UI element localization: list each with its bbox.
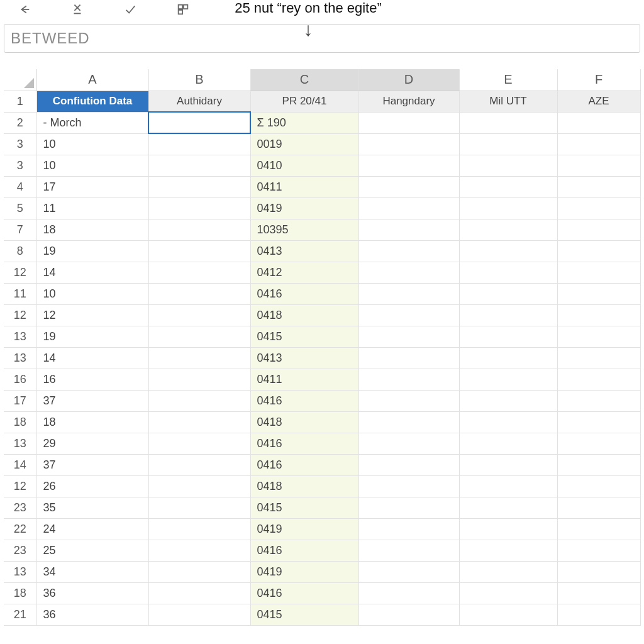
row-header[interactable]: 16 bbox=[4, 369, 36, 390]
cell-E[interactable] bbox=[459, 561, 557, 582]
cell-F[interactable] bbox=[557, 390, 640, 411]
cell-B[interactable] bbox=[148, 347, 250, 369]
cell-C[interactable]: 0412 bbox=[250, 262, 358, 283]
checkmark-icon[interactable] bbox=[123, 3, 137, 16]
cell-B[interactable] bbox=[148, 369, 250, 390]
cell-B[interactable] bbox=[148, 518, 250, 540]
cell-A[interactable]: 25 bbox=[36, 540, 148, 561]
cell-B[interactable] bbox=[148, 176, 250, 197]
cell-B[interactable] bbox=[148, 475, 250, 497]
cell-C[interactable]: 0419 bbox=[250, 197, 358, 219]
cell-B[interactable] bbox=[148, 454, 250, 475]
cell-E[interactable] bbox=[459, 133, 557, 155]
cell-A[interactable]: 10 bbox=[36, 283, 148, 304]
row-header[interactable]: 12 bbox=[4, 304, 36, 326]
cell-E[interactable] bbox=[459, 304, 557, 326]
row-header[interactable]: 18 bbox=[4, 411, 36, 433]
cell-E[interactable] bbox=[459, 582, 557, 604]
col-header-A[interactable]: A bbox=[36, 69, 148, 91]
row-header[interactable]: 14 bbox=[4, 454, 36, 475]
cell-E[interactable] bbox=[459, 454, 557, 475]
cell-E[interactable] bbox=[459, 604, 557, 625]
cell-C[interactable]: 0413 bbox=[250, 347, 358, 369]
cell-B[interactable] bbox=[148, 561, 250, 582]
cell-B[interactable] bbox=[148, 155, 250, 176]
cell-D[interactable] bbox=[358, 262, 459, 283]
cell-D[interactable] bbox=[358, 133, 459, 155]
cell-D[interactable] bbox=[358, 197, 459, 219]
cell-E[interactable] bbox=[459, 540, 557, 561]
cell-F[interactable] bbox=[557, 411, 640, 433]
cell-B[interactable] bbox=[148, 133, 250, 155]
cell-F[interactable] bbox=[557, 155, 640, 176]
cell-F[interactable] bbox=[557, 369, 640, 390]
cell-A[interactable]: 35 bbox=[36, 497, 148, 518]
row-header[interactable]: 3 bbox=[4, 133, 36, 155]
cell-F[interactable] bbox=[557, 219, 640, 240]
row-header[interactable]: 12 bbox=[4, 475, 36, 497]
cell-E[interactable] bbox=[459, 112, 557, 133]
cell-C[interactable]: 0416 bbox=[250, 540, 358, 561]
cell-E[interactable] bbox=[459, 390, 557, 411]
cell-D[interactable] bbox=[358, 561, 459, 582]
back-arrow-icon[interactable] bbox=[18, 3, 31, 16]
cell-A[interactable]: 37 bbox=[36, 390, 148, 411]
cell-D[interactable] bbox=[358, 604, 459, 625]
cell-E[interactable] bbox=[459, 411, 557, 433]
cell-C[interactable]: 0415 bbox=[250, 604, 358, 625]
cell-C[interactable]: 0418 bbox=[250, 475, 358, 497]
cell-E[interactable] bbox=[459, 518, 557, 540]
cell-A[interactable]: 18 bbox=[36, 411, 148, 433]
cell-C[interactable]: 0410 bbox=[250, 155, 358, 176]
row-header[interactable]: 13 bbox=[4, 347, 36, 369]
cell-B[interactable] bbox=[148, 540, 250, 561]
cell-F[interactable] bbox=[557, 112, 640, 133]
cell-E[interactable] bbox=[459, 347, 557, 369]
col-header-F[interactable]: F bbox=[557, 69, 640, 91]
cell-B[interactable] bbox=[148, 604, 250, 625]
grid-icon[interactable] bbox=[176, 3, 190, 16]
cell-B[interactable] bbox=[148, 240, 250, 262]
cell-F[interactable] bbox=[557, 604, 640, 625]
cell-E[interactable] bbox=[459, 326, 557, 347]
row-header[interactable]: 11 bbox=[4, 283, 36, 304]
cell-C[interactable]: 0418 bbox=[250, 411, 358, 433]
cell-D[interactable] bbox=[358, 219, 459, 240]
cell-B[interactable] bbox=[148, 582, 250, 604]
cell-B[interactable] bbox=[148, 326, 250, 347]
cell-D[interactable] bbox=[358, 155, 459, 176]
cell-F[interactable] bbox=[557, 240, 640, 262]
cell-C[interactable]: 0418 bbox=[250, 304, 358, 326]
cell-D[interactable] bbox=[358, 582, 459, 604]
cell-D[interactable] bbox=[358, 112, 459, 133]
cell-B[interactable] bbox=[148, 219, 250, 240]
cell-A[interactable]: 14 bbox=[36, 347, 148, 369]
cell-E[interactable] bbox=[459, 176, 557, 197]
cell-B[interactable] bbox=[148, 497, 250, 518]
cell-A[interactable]: 37 bbox=[36, 454, 148, 475]
cell-F[interactable] bbox=[557, 283, 640, 304]
cell-E[interactable] bbox=[459, 497, 557, 518]
cell-F[interactable] bbox=[557, 176, 640, 197]
cell-E[interactable] bbox=[459, 219, 557, 240]
cell-E[interactable] bbox=[459, 262, 557, 283]
cell-A[interactable]: 19 bbox=[36, 326, 148, 347]
cell-A[interactable]: 10 bbox=[36, 155, 148, 176]
cell-D[interactable] bbox=[358, 433, 459, 454]
cell-F[interactable] bbox=[557, 262, 640, 283]
cell-D[interactable] bbox=[358, 347, 459, 369]
row-header[interactable]: 7 bbox=[4, 219, 36, 240]
cell-F[interactable] bbox=[557, 518, 640, 540]
cell-A[interactable]: 18 bbox=[36, 219, 148, 240]
cell-F[interactable] bbox=[557, 433, 640, 454]
cell-D[interactable] bbox=[358, 475, 459, 497]
row-header[interactable]: 5 bbox=[4, 197, 36, 219]
cell-C[interactable]: 10395 bbox=[250, 219, 358, 240]
cell-D[interactable] bbox=[358, 497, 459, 518]
select-all-triangle[interactable] bbox=[4, 69, 36, 91]
cell-F[interactable] bbox=[557, 133, 640, 155]
cell-C[interactable]: 0416 bbox=[250, 390, 358, 411]
cell-A[interactable]: 34 bbox=[36, 561, 148, 582]
cell-D[interactable] bbox=[358, 454, 459, 475]
cell-F[interactable] bbox=[557, 197, 640, 219]
